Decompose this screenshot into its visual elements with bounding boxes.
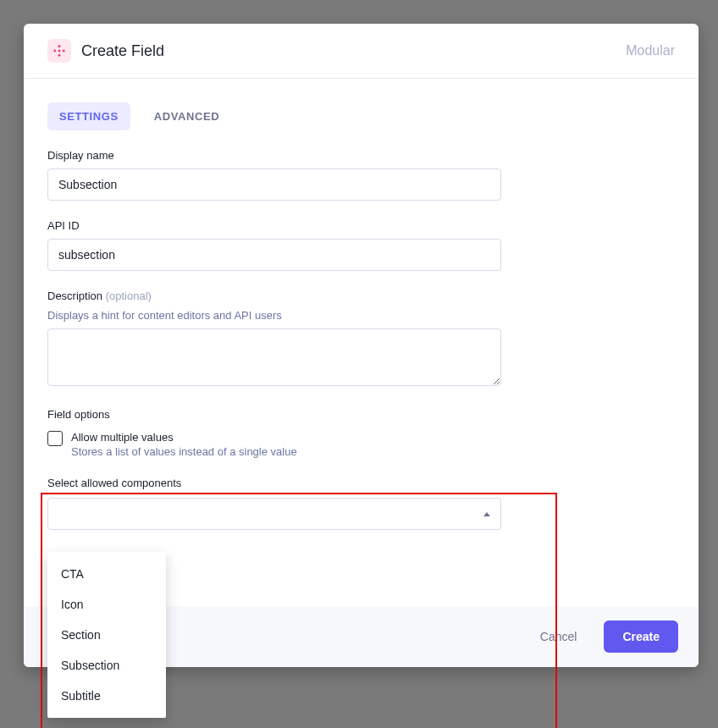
api-id-input[interactable] [47,239,501,271]
modular-field-icon [47,39,71,63]
tab-advanced[interactable]: ADVANCED [142,102,232,130]
api-id-label: API ID [47,219,501,232]
form-body: Display name API ID Description (optiona… [24,130,525,530]
description-group: Description (optional) Displays a hint f… [47,290,501,389]
svg-rect-0 [58,45,61,48]
allowed-components-select[interactable] [47,498,501,530]
display-name-group: Display name [47,149,501,201]
allow-multiple-texts: Allow multiple values Stores a list of v… [71,431,297,458]
chevron-up-icon [483,512,490,516]
svg-rect-1 [58,53,61,57]
description-optional: (optional) [106,290,152,302]
dropdown-option-cta[interactable]: CTA [47,559,166,589]
display-name-label: Display name [47,149,501,162]
svg-rect-3 [62,49,65,52]
allow-multiple-row: Allow multiple values Stores a list of v… [47,431,501,458]
tabs: SETTINGS ADVANCED [24,79,699,130]
svg-rect-4 [58,49,61,52]
allowed-components-dropdown: CTA Icon Section Subsection Subtitle [47,552,166,718]
field-options-group: Field options Allow multiple values Stor… [47,408,501,458]
field-type-badge: Modular [626,43,675,58]
cancel-button[interactable]: Cancel [530,621,588,652]
field-options-title: Field options [47,408,501,421]
dropdown-option-subtitle[interactable]: Subtitle [47,681,166,711]
description-textarea[interactable] [47,328,501,386]
create-button[interactable]: Create [604,620,678,653]
allowed-components-label: Select allowed components [47,477,501,489]
create-field-modal: Create Field Modular SETTINGS ADVANCED D… [24,24,699,667]
allow-multiple-checkbox[interactable] [47,431,63,446]
modal-title: Create Field [81,42,164,60]
allow-multiple-hint: Stores a list of values instead of a sin… [71,445,297,458]
dropdown-option-section[interactable]: Section [47,620,166,650]
header-left: Create Field [47,39,164,63]
description-hint: Displays a hint for content editors and … [47,309,501,322]
description-label-text: Description [47,290,102,302]
display-name-input[interactable] [47,168,501,201]
svg-rect-2 [53,49,57,52]
modal-header: Create Field Modular [24,24,699,79]
allowed-components-group: Select allowed components [47,477,501,530]
dropdown-option-icon[interactable]: Icon [47,589,166,620]
api-id-group: API ID [47,219,501,271]
tab-settings[interactable]: SETTINGS [47,102,130,130]
allow-multiple-label: Allow multiple values [71,431,297,444]
dropdown-option-subsection[interactable]: Subsection [47,650,166,681]
description-label: Description (optional) [47,290,501,302]
